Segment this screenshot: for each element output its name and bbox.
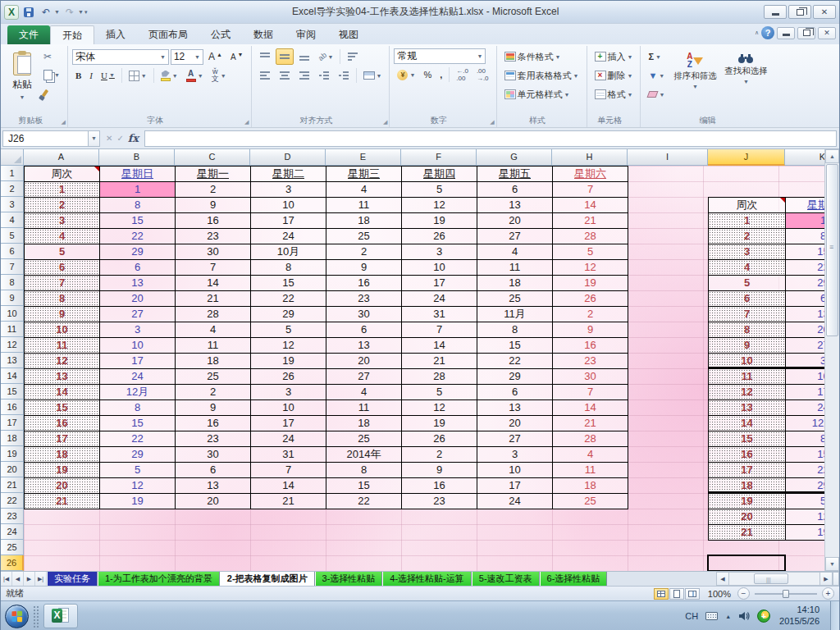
cell-E18[interactable]: 25	[326, 431, 402, 447]
cell-G17[interactable]: 20	[477, 416, 553, 431]
row-header-3[interactable]: 3	[1, 197, 24, 212]
cell-A21[interactable]: 20	[25, 478, 100, 494]
cell-G21[interactable]: 17	[477, 478, 553, 494]
cell-G13[interactable]: 22	[477, 354, 553, 369]
cell-A1[interactable]: 周次	[25, 167, 100, 182]
sheet-tab-1-为工作表加个漂亮的背景[interactable]: 1-为工作表加个漂亮的背景	[98, 572, 220, 586]
row-header-15[interactable]: 15	[1, 384, 24, 399]
cell-K4[interactable]: 1	[786, 213, 826, 229]
cell-J4[interactable]: 1	[709, 213, 786, 229]
excel-icon[interactable]: X	[4, 5, 19, 20]
cell-E16[interactable]: 11	[326, 400, 402, 416]
page-layout-view-button[interactable]	[669, 588, 684, 600]
font-size-combo[interactable]: 12▼	[171, 49, 203, 65]
cut-button[interactable]: ✂	[40, 48, 63, 65]
cell-J9[interactable]: 6	[709, 291, 786, 307]
row-header-8[interactable]: 8	[1, 275, 24, 290]
increase-decimal-button[interactable]: ←.0.00	[453, 66, 472, 83]
cell-G11[interactable]: 8	[477, 322, 553, 338]
scroll-right-button[interactable]: ▶	[819, 572, 833, 586]
cell-C2[interactable]: 2	[176, 182, 251, 198]
cell-E15[interactable]: 4	[326, 385, 402, 400]
cell-F17[interactable]: 19	[402, 416, 477, 431]
ribbon-tab-数据[interactable]: 数据	[242, 25, 285, 44]
row-header-9[interactable]: 9	[1, 290, 24, 306]
cell-K13[interactable]: 3	[786, 354, 826, 369]
cell-A7[interactable]: 6	[25, 260, 100, 276]
cell-D22[interactable]: 21	[251, 494, 326, 509]
cell-F6[interactable]: 3	[402, 244, 477, 260]
row-header-19[interactable]: 19	[1, 446, 24, 462]
cell-G9[interactable]: 25	[477, 291, 553, 307]
cell-A15[interactable]: 14	[25, 385, 100, 400]
cell-D4[interactable]: 17	[251, 213, 326, 229]
cell-K15[interactable]: 17	[786, 385, 826, 400]
horizontal-scrollbar[interactable]: ◀ ▶	[716, 572, 839, 586]
cell-G7[interactable]: 11	[477, 260, 553, 276]
normal-view-button[interactable]	[654, 588, 669, 600]
cell-G8[interactable]: 18	[477, 276, 553, 291]
conditional-formatting-button[interactable]: 条件格式▼	[501, 48, 582, 65]
cell-B9[interactable]: 20	[100, 291, 176, 307]
cell-D2[interactable]: 3	[251, 182, 326, 198]
cell-H15[interactable]: 7	[553, 385, 628, 400]
cell-B4[interactable]: 15	[100, 213, 176, 229]
cell-C1[interactable]: 星期一	[176, 167, 251, 182]
cell-B14[interactable]: 24	[100, 369, 176, 385]
decrease-indent-button[interactable]	[315, 67, 333, 84]
cell-H12[interactable]: 16	[553, 338, 628, 354]
cell-H9[interactable]: 26	[553, 291, 628, 307]
cell-E22[interactable]: 22	[326, 494, 402, 509]
cell-D1[interactable]: 星期二	[251, 167, 326, 182]
cell-F14[interactable]: 28	[402, 369, 477, 385]
cell-B16[interactable]: 8	[100, 400, 176, 416]
cell-D8[interactable]: 15	[251, 276, 326, 291]
cell-H3[interactable]: 14	[553, 198, 628, 213]
cell-G20[interactable]: 10	[477, 463, 553, 478]
row-header-16[interactable]: 16	[1, 399, 24, 415]
row-header-21[interactable]: 21	[1, 477, 24, 493]
cell-E12[interactable]: 13	[326, 338, 402, 354]
scroll-left-button[interactable]: ◀	[716, 572, 729, 586]
cell-E21[interactable]: 15	[326, 478, 402, 494]
last-sheet-button[interactable]: ▶|	[35, 572, 47, 586]
cell-B2[interactable]: 1	[100, 182, 176, 198]
cell-styles-button[interactable]: 单元格样式▼	[501, 86, 582, 103]
phonetic-guide-button[interactable]: w̌文▼	[208, 67, 230, 84]
cell-G2[interactable]: 6	[477, 182, 553, 198]
zoom-slider-thumb[interactable]	[783, 590, 789, 598]
cell-H16[interactable]: 14	[553, 400, 628, 416]
cell-K14[interactable]: 10	[786, 369, 826, 385]
close-button[interactable]: ✕	[813, 5, 836, 19]
name-box-dropdown[interactable]: ▼	[89, 130, 100, 147]
row-header-23[interactable]: 23	[1, 509, 24, 524]
cell-K5[interactable]: 8	[786, 229, 826, 244]
alignment-dialog-launcher[interactable]: ◢	[383, 119, 387, 126]
cell-D15[interactable]: 3	[251, 385, 326, 400]
cell-E5[interactable]: 25	[326, 229, 402, 244]
align-bottom-button[interactable]	[295, 48, 313, 65]
cell-C6[interactable]: 30	[176, 244, 251, 260]
borders-button[interactable]: ▼	[126, 67, 150, 84]
column-header-J[interactable]: J	[708, 149, 785, 166]
row-header-20[interactable]: 20	[1, 462, 24, 477]
cell-C7[interactable]: 7	[176, 260, 251, 276]
clipboard-dialog-launcher[interactable]: ◢	[62, 119, 66, 126]
column-header-K[interactable]: K	[785, 149, 826, 166]
cell-B18[interactable]: 22	[100, 431, 176, 447]
paste-button[interactable]: 粘贴 ▼	[7, 48, 38, 107]
comma-style-button[interactable]: ,	[436, 66, 445, 83]
prev-sheet-button[interactable]: ◀	[12, 572, 24, 586]
undo-button[interactable]: ↶	[39, 5, 53, 20]
decrease-decimal-button[interactable]: .00→.0	[473, 66, 492, 83]
row-header-17[interactable]: 17	[1, 415, 24, 431]
redo-dropdown[interactable]: ▼	[78, 9, 84, 15]
minimize-button[interactable]	[764, 5, 787, 19]
cell-E20[interactable]: 8	[326, 463, 402, 478]
sheet-tab-6-选择性粘贴[interactable]: 6-选择性粘贴	[540, 572, 608, 586]
file-tab[interactable]: 文件	[7, 25, 50, 44]
column-header-D[interactable]: D	[250, 149, 326, 166]
align-center-button[interactable]	[276, 67, 294, 84]
font-family-combo[interactable]: 宋体▼	[72, 49, 169, 65]
excel-taskbar-button[interactable]: X	[43, 604, 78, 628]
